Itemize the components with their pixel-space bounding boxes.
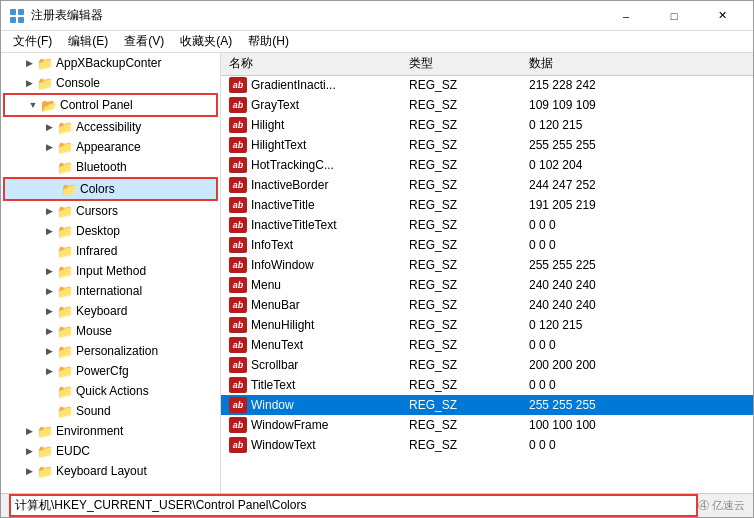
tree-item-bluetooth[interactable]: ▶ 📁 Bluetooth <box>1 157 220 177</box>
table-row[interactable]: abScrollbarREG_SZ200 200 200 <box>221 355 753 375</box>
table-row[interactable]: abWindowREG_SZ255 255 255 <box>221 395 753 415</box>
table-row[interactable]: abInactiveBorderREG_SZ244 247 252 <box>221 175 753 195</box>
table-row[interactable]: abInactiveTitleTextREG_SZ0 0 0 <box>221 215 753 235</box>
table-row[interactable]: abHotTrackingC...REG_SZ0 102 204 <box>221 155 753 175</box>
app-icon <box>9 8 25 24</box>
tree-item-quickactions[interactable]: ▶ 📁 Quick Actions <box>1 381 220 401</box>
table-row[interactable]: abInactiveTitleREG_SZ191 205 219 <box>221 195 753 215</box>
watermark: ④ 亿速云 <box>698 498 745 513</box>
cell-type: REG_SZ <box>401 315 521 335</box>
tree-toggle[interactable]: ▶ <box>21 443 37 459</box>
tree-toggle[interactable]: ▶ <box>41 363 57 379</box>
tree-toggle[interactable]: ▶ <box>41 263 57 279</box>
col-name: 名称 <box>221 53 401 75</box>
table-row[interactable]: abMenuHilightREG_SZ0 120 215 <box>221 315 753 335</box>
tree-toggle[interactable]: ▶ <box>41 343 57 359</box>
tree-item-personalization[interactable]: ▶ 📁 Personalization <box>1 341 220 361</box>
table-row[interactable]: abHilightTextREG_SZ255 255 255 <box>221 135 753 155</box>
tree-item-cursors[interactable]: ▶ 📁 Cursors <box>1 201 220 221</box>
main-window: 注册表编辑器 – □ ✕ 文件(F) 编辑(E) 查看(V) 收藏夹(A) 帮助… <box>0 0 754 518</box>
menu-favorites[interactable]: 收藏夹(A) <box>172 31 240 52</box>
tree-item-inputmethod[interactable]: ▶ 📁 Input Method <box>1 261 220 281</box>
tree-item-appearance[interactable]: ▶ 📁 Appearance <box>1 137 220 157</box>
table-row[interactable]: abWindowTextREG_SZ0 0 0 <box>221 435 753 455</box>
cell-name: abHilightText <box>221 135 401 155</box>
tree-toggle[interactable]: ▶ <box>41 119 57 135</box>
tree-item-accessibility[interactable]: ▶ 📁 Accessibility <box>1 117 220 137</box>
cell-type: REG_SZ <box>401 435 521 455</box>
cell-data: 100 100 100 <box>521 415 753 435</box>
content-area: ▶ 📁 AppXBackupConter ▶ 📁 Console ▼ 📂 Con… <box>1 53 753 493</box>
folder-icon: 📁 <box>37 55 53 71</box>
table-row[interactable]: abHilightREG_SZ0 120 215 <box>221 115 753 135</box>
folder-icon: 📁 <box>57 223 73 239</box>
detail-pane[interactable]: 名称 类型 数据 abGradientInacti...REG_SZ215 22… <box>221 53 753 493</box>
tree-toggle[interactable]: ▶ <box>41 203 57 219</box>
table-row[interactable]: abInfoTextREG_SZ0 0 0 <box>221 235 753 255</box>
menu-file[interactable]: 文件(F) <box>5 31 60 52</box>
table-row[interactable]: abWindowFrameREG_SZ100 100 100 <box>221 415 753 435</box>
cell-data: 0 0 0 <box>521 235 753 255</box>
folder-open-icon: 📂 <box>41 97 57 113</box>
tree-item-eudc[interactable]: ▶ 📁 EUDC <box>1 441 220 461</box>
folder-icon: 📁 <box>57 159 73 175</box>
table-row[interactable]: abInfoWindowREG_SZ255 255 225 <box>221 255 753 275</box>
tree-toggle[interactable]: ▶ <box>41 283 57 299</box>
tree-pane[interactable]: ▶ 📁 AppXBackupConter ▶ 📁 Console ▼ 📂 Con… <box>1 53 221 493</box>
tree-toggle[interactable]: ▶ <box>41 223 57 239</box>
cell-type: REG_SZ <box>401 395 521 415</box>
tree-item-powercfg[interactable]: ▶ 📁 PowerCfg <box>1 361 220 381</box>
folder-icon: 📁 <box>57 139 73 155</box>
tree-toggle[interactable]: ▼ <box>25 97 41 113</box>
tree-toggle[interactable]: ▶ <box>21 463 37 479</box>
tree-item-appxbackupconter[interactable]: ▶ 📁 AppXBackupConter <box>1 53 220 73</box>
cell-name: abInactiveTitleText <box>221 215 401 235</box>
cell-name: abMenuHilight <box>221 315 401 335</box>
tree-toggle[interactable]: ▶ <box>21 423 37 439</box>
tree-item-keyboard[interactable]: ▶ 📁 Keyboard <box>1 301 220 321</box>
tree-item-controlpanel[interactable]: ▼ 📂 Control Panel <box>5 95 216 115</box>
tree-toggle[interactable]: ▶ <box>21 55 37 71</box>
tree-item-international[interactable]: ▶ 📁 International <box>1 281 220 301</box>
svg-rect-2 <box>10 17 16 23</box>
folder-icon: 📁 <box>57 383 73 399</box>
cell-data: 255 255 225 <box>521 255 753 275</box>
menu-help[interactable]: 帮助(H) <box>240 31 297 52</box>
table-row[interactable]: abMenuBarREG_SZ240 240 240 <box>221 295 753 315</box>
tree-toggle[interactable]: ▶ <box>41 323 57 339</box>
cell-name: abWindow <box>221 395 401 415</box>
tree-label: Infrared <box>76 244 117 258</box>
cell-data: 240 240 240 <box>521 295 753 315</box>
table-row[interactable]: abMenuREG_SZ240 240 240 <box>221 275 753 295</box>
folder-icon: 📁 <box>57 119 73 135</box>
table-row[interactable]: abTitleTextREG_SZ0 0 0 <box>221 375 753 395</box>
tree-label: Keyboard <box>76 304 127 318</box>
tree-item-infrared[interactable]: ▶ 📁 Infrared <box>1 241 220 261</box>
tree-label: Personalization <box>76 344 158 358</box>
folder-icon: 📁 <box>57 283 73 299</box>
tree-item-mouse[interactable]: ▶ 📁 Mouse <box>1 321 220 341</box>
tree-item-colors[interactable]: ▶ 📁 Colors <box>5 179 216 199</box>
table-row[interactable]: abMenuTextREG_SZ0 0 0 <box>221 335 753 355</box>
close-button[interactable]: ✕ <box>699 1 745 31</box>
tree-item-desktop[interactable]: ▶ 📁 Desktop <box>1 221 220 241</box>
cell-type: REG_SZ <box>401 95 521 115</box>
tree-toggle[interactable]: ▶ <box>21 75 37 91</box>
table-row[interactable]: abGradientInacti...REG_SZ215 228 242 <box>221 75 753 95</box>
menu-view[interactable]: 查看(V) <box>116 31 172 52</box>
cell-data: 0 0 0 <box>521 435 753 455</box>
tree-toggle[interactable]: ▶ <box>41 139 57 155</box>
minimize-button[interactable]: – <box>603 1 649 31</box>
tree-item-environment[interactable]: ▶ 📁 Environment <box>1 421 220 441</box>
tree-toggle[interactable]: ▶ <box>41 303 57 319</box>
tree-item-console[interactable]: ▶ 📁 Console <box>1 73 220 93</box>
cell-type: REG_SZ <box>401 415 521 435</box>
tree-item-sound[interactable]: ▶ 📁 Sound <box>1 401 220 421</box>
cell-type: REG_SZ <box>401 355 521 375</box>
tree-label: Colors <box>80 182 115 196</box>
tree-item-keyboardlayout[interactable]: ▶ 📁 Keyboard Layout <box>1 461 220 481</box>
menu-edit[interactable]: 编辑(E) <box>60 31 116 52</box>
tree-label: Accessibility <box>76 120 141 134</box>
table-row[interactable]: abGrayTextREG_SZ109 109 109 <box>221 95 753 115</box>
maximize-button[interactable]: □ <box>651 1 697 31</box>
